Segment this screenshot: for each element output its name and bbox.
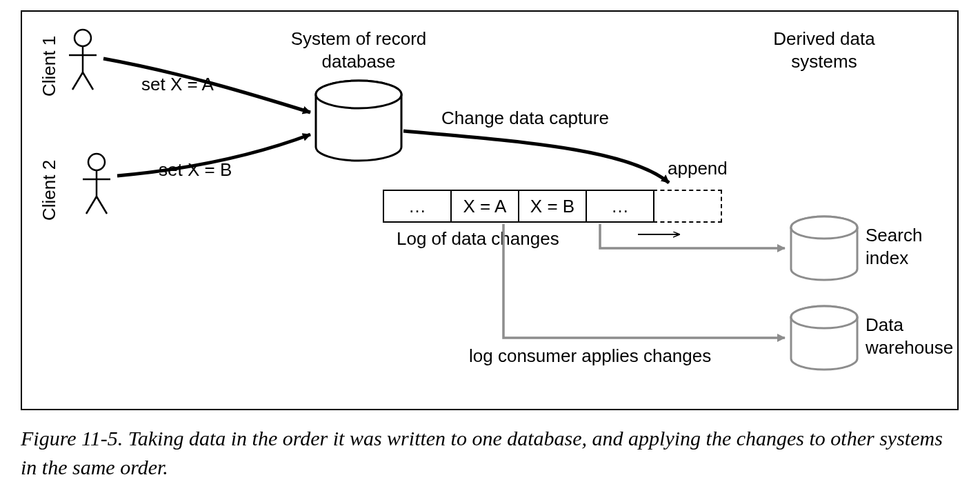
- svg-point-5: [88, 154, 105, 170]
- svg-point-0: [74, 30, 91, 46]
- diagram-svg: [21, 10, 959, 410]
- arrow-log-search: [600, 224, 785, 248]
- arrow-client2-db: [117, 134, 310, 176]
- figure-caption: Figure 11-5. Taking data in the order it…: [21, 424, 959, 482]
- arrow-log-dw: [503, 224, 785, 338]
- client1-icon: [69, 30, 97, 90]
- database-icon: [316, 81, 401, 161]
- client2-icon: [83, 154, 110, 214]
- data-warehouse-icon: [791, 306, 857, 370]
- svg-point-15: [791, 306, 857, 328]
- svg-line-4: [83, 72, 93, 90]
- arrow-client1-db: [103, 59, 310, 112]
- svg-line-8: [86, 196, 97, 214]
- svg-point-13: [791, 216, 857, 239]
- svg-line-9: [97, 196, 107, 214]
- svg-line-3: [72, 72, 83, 90]
- search-index-icon: [791, 216, 857, 280]
- svg-point-11: [316, 81, 401, 108]
- arrow-cdc: [403, 131, 669, 183]
